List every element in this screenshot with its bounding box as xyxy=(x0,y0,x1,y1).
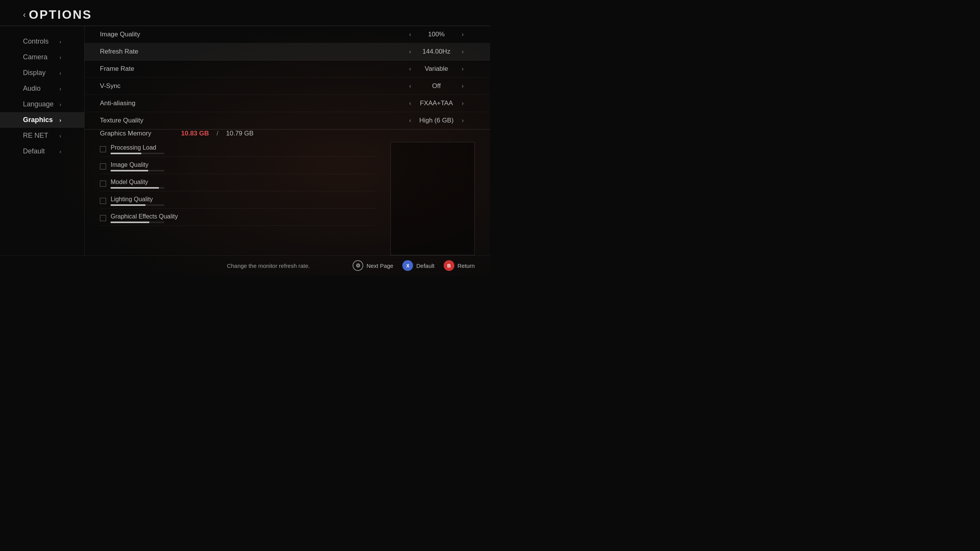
chevron-right-icon: › xyxy=(59,54,61,60)
setting-control: ‹ FXAA+TAA › xyxy=(398,99,475,107)
return-icon: B xyxy=(444,260,454,271)
checkboxes-list: Processing Load Image Quality Model Qual… xyxy=(100,142,375,255)
progress-bar-graphical-effects-quality xyxy=(111,222,164,223)
setting-label: Image Quality xyxy=(100,31,398,38)
setting-control: ‹ 144.00Hz › xyxy=(398,48,475,55)
arrow-left-icon[interactable]: ‹ xyxy=(409,117,411,124)
memory-separator: / xyxy=(217,130,219,137)
next-page-label: Next Page xyxy=(366,262,393,269)
setting-row-texture-quality: Texture Quality ‹ High (6 GB) › xyxy=(85,112,490,129)
arrow-right-icon[interactable]: › xyxy=(462,83,464,90)
sidebar-item-graphics[interactable]: Graphics› xyxy=(0,112,84,128)
memory-label: Graphics Memory xyxy=(100,130,176,137)
checkbox-label: Graphical Effects Quality xyxy=(111,213,178,220)
sidebar-label: Language xyxy=(23,100,54,108)
setting-control: ‹ Variable › xyxy=(398,65,475,73)
checkbox-input-lighting-quality[interactable] xyxy=(100,198,106,204)
sidebar-item-language[interactable]: Language› xyxy=(0,96,84,112)
btn-hint-next-page[interactable]: ⚙ Next Page xyxy=(353,260,393,271)
checkbox-item-image-quality: Image Quality xyxy=(111,161,164,171)
arrow-right-icon[interactable]: › xyxy=(462,117,464,124)
setting-label: Anti-aliasing xyxy=(100,99,398,107)
arrow-left-icon[interactable]: ‹ xyxy=(409,65,411,72)
header: ‹ OPTIONS xyxy=(0,0,490,26)
sidebar: Controls›Camera›Display›Audio›Language›G… xyxy=(0,26,84,255)
memory-section: Graphics Memory 10.83 GB / 10.79 GB xyxy=(85,130,490,142)
setting-value: High (6 GB) xyxy=(417,117,456,124)
sidebar-label: Controls xyxy=(23,37,49,46)
sidebar-item-camera[interactable]: Camera› xyxy=(0,49,84,65)
sidebar-label: Camera xyxy=(23,53,47,61)
checkbox-input-model-quality[interactable] xyxy=(100,181,106,187)
chevron-right-icon: › xyxy=(59,39,61,45)
setting-value: Off xyxy=(417,82,456,90)
setting-label: V-Sync xyxy=(100,82,398,90)
progress-fill xyxy=(111,153,141,154)
return-label: Return xyxy=(457,262,475,269)
checkbox-item-model-quality: Model Quality xyxy=(111,179,164,189)
btn-hint-default[interactable]: X Default xyxy=(402,260,434,271)
btn-hint-return[interactable]: B Return xyxy=(444,260,475,271)
setting-row-refresh-rate: Refresh Rate ‹ 144.00Hz › xyxy=(85,43,490,60)
checkbox-row-lighting-quality[interactable]: Lighting Quality xyxy=(100,194,375,209)
sidebar-label: Default xyxy=(23,147,45,155)
arrow-right-icon[interactable]: › xyxy=(462,48,464,55)
arrow-left-icon[interactable]: ‹ xyxy=(409,31,411,38)
setting-label: Texture Quality xyxy=(100,117,398,124)
setting-label: Refresh Rate xyxy=(100,48,398,55)
bottom-bar: Change the monitor refresh rate. ⚙ Next … xyxy=(0,255,490,276)
chevron-right-icon: › xyxy=(59,133,61,139)
progress-fill xyxy=(111,170,148,171)
setting-row-frame-rate: Frame Rate ‹ Variable › xyxy=(85,60,490,78)
sidebar-item-default[interactable]: Default› xyxy=(0,143,84,159)
setting-control: ‹ High (6 GB) › xyxy=(398,117,475,124)
progress-bar-model-quality xyxy=(111,187,164,189)
checkbox-item-processing-load: Processing Load xyxy=(111,144,164,154)
checkbox-label: Image Quality xyxy=(111,161,164,168)
next-page-icon: ⚙ xyxy=(353,260,363,271)
setting-row-anti-aliasing: Anti-aliasing ‹ FXAA+TAA › xyxy=(85,95,490,112)
progress-bar-lighting-quality xyxy=(111,204,164,206)
sidebar-item-display[interactable]: Display› xyxy=(0,65,84,81)
checkbox-row-processing-load[interactable]: Processing Load xyxy=(100,142,375,157)
checkbox-row-graphical-effects-quality[interactable]: Graphical Effects Quality xyxy=(100,211,375,226)
chevron-right-icon: › xyxy=(59,117,61,123)
checkboxes-area: Processing Load Image Quality Model Qual… xyxy=(85,142,490,255)
checkbox-label: Lighting Quality xyxy=(111,196,164,203)
memory-used: 10.83 GB xyxy=(181,130,209,137)
default-label: Default xyxy=(416,262,434,269)
checkbox-row-model-quality[interactable]: Model Quality xyxy=(100,176,375,191)
checkbox-input-processing-load[interactable] xyxy=(100,146,106,152)
chevron-right-icon: › xyxy=(59,101,61,108)
checkbox-item-lighting-quality: Lighting Quality xyxy=(111,196,164,206)
arrow-right-icon[interactable]: › xyxy=(462,65,464,72)
hint-text: Change the monitor refresh rate. xyxy=(184,262,353,269)
arrow-left-icon[interactable]: ‹ xyxy=(409,83,411,90)
setting-label: Frame Rate xyxy=(100,65,398,73)
progress-fill xyxy=(111,187,159,189)
sidebar-item-audio[interactable]: Audio› xyxy=(0,81,84,96)
setting-control: ‹ 100% › xyxy=(398,31,475,38)
sidebar-label: Graphics xyxy=(23,116,53,124)
arrow-left-icon[interactable]: ‹ xyxy=(409,48,411,55)
checkbox-row-image-quality[interactable]: Image Quality xyxy=(100,159,375,174)
checkbox-item-graphical-effects-quality: Graphical Effects Quality xyxy=(111,213,178,223)
setting-row-v-sync: V-Sync ‹ Off › xyxy=(85,78,490,95)
progress-fill xyxy=(111,204,145,206)
sidebar-item-re-net[interactable]: RE NET› xyxy=(0,128,84,143)
setting-value: Variable xyxy=(417,65,456,73)
default-icon: X xyxy=(402,260,413,271)
chevron-right-icon: › xyxy=(59,86,61,92)
sidebar-item-controls[interactable]: Controls› xyxy=(0,34,84,49)
arrow-right-icon[interactable]: › xyxy=(462,31,464,38)
arrow-left-icon[interactable]: ‹ xyxy=(409,100,411,107)
checkbox-input-graphical-effects-quality[interactable] xyxy=(100,215,106,221)
arrow-right-icon[interactable]: › xyxy=(462,100,464,107)
button-hints: ⚙ Next Page X Default B Return xyxy=(353,260,475,271)
setting-control: ‹ Off › xyxy=(398,82,475,90)
back-arrow-icon[interactable]: ‹ xyxy=(23,10,26,20)
checkbox-input-image-quality[interactable] xyxy=(100,163,106,170)
chevron-right-icon: › xyxy=(59,148,61,155)
sidebar-label: Audio xyxy=(23,85,41,93)
progress-fill xyxy=(111,222,149,223)
